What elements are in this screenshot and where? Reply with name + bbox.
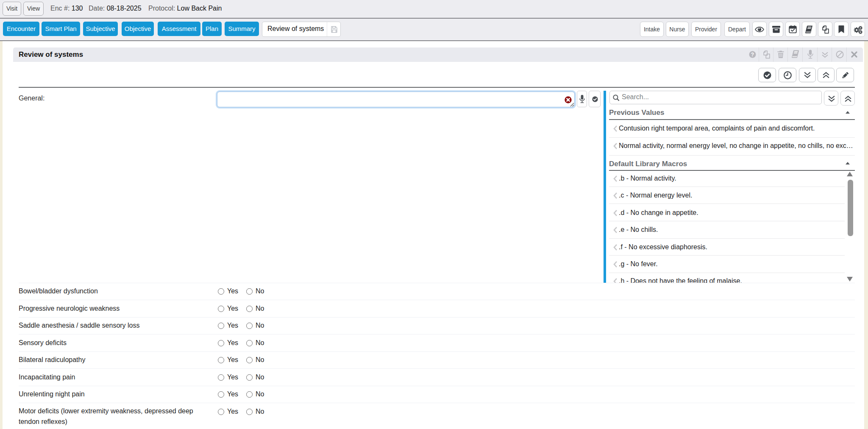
svg-text:?: ? [751, 52, 754, 58]
